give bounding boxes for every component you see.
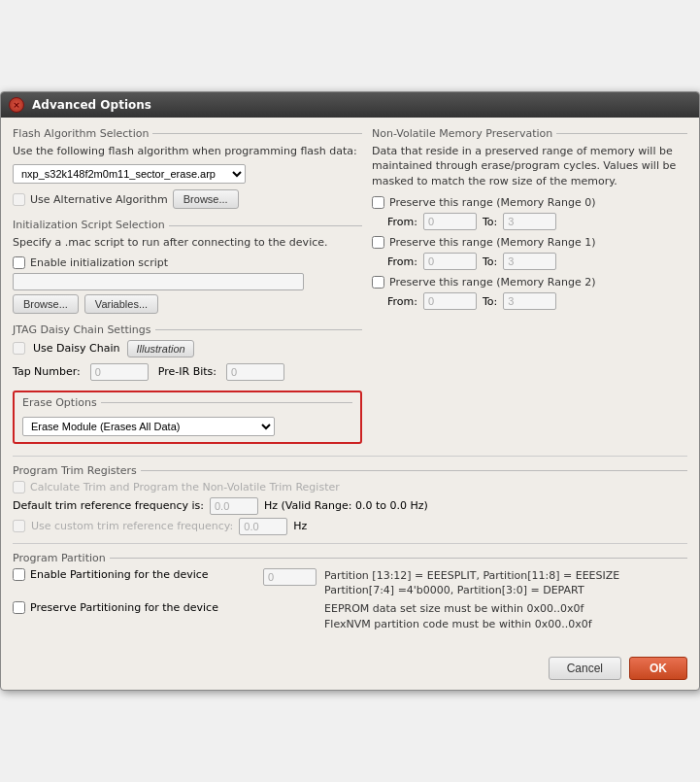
nvmp-description: Data that reside in a preserved range of… xyxy=(372,144,687,188)
custom-trim-input[interactable] xyxy=(239,518,287,535)
program-partition-label: Program Partition xyxy=(13,552,687,564)
hz-range-label: Hz (Valid Range: 0.0 to 0.0 Hz) xyxy=(264,499,428,512)
cancel-button[interactable]: Cancel xyxy=(549,657,621,680)
calc-trim-label: Calculate Trim and Program the Non-Volat… xyxy=(30,481,340,493)
program-partition-section: Program Partition Enable Partitioning fo… xyxy=(13,552,687,632)
title-bar: × Advanced Options xyxy=(1,92,699,118)
preserve-range-1-label: Preserve this range (Memory Range 1) xyxy=(389,236,596,249)
use-alternative-checkbox[interactable] xyxy=(13,193,25,206)
script-path-input[interactable] xyxy=(13,273,304,290)
preserve-partition-desc1: EEPROM data set size must be within 0x00… xyxy=(324,601,592,616)
init-script-section: Initialization Script Selection Specify … xyxy=(13,219,362,313)
to-label-1: To: xyxy=(483,255,497,268)
use-alternative-label: Use Alternative Algorithm xyxy=(30,193,168,206)
from-input-2[interactable] xyxy=(423,292,477,310)
browse-algorithm-button[interactable]: Browse... xyxy=(173,189,239,209)
default-trim-input[interactable] xyxy=(210,497,258,515)
dialog-title: Advanced Options xyxy=(32,98,151,112)
preserve-range-1-checkbox[interactable] xyxy=(372,236,384,249)
to-input-0[interactable] xyxy=(503,213,556,230)
program-trim-section: Program Trim Registers Calculate Trim an… xyxy=(13,464,687,535)
illustration-button[interactable]: Illustration xyxy=(127,340,193,357)
flash-algorithm-dropdown[interactable]: nxp_s32k148f2m0m11_sector_erase.arp xyxy=(13,164,246,184)
nvmp-section-label: Non-Volatile Memory Preservation xyxy=(372,127,687,140)
preserve-partition-label: Preserve Partitioning for the device xyxy=(30,601,218,614)
jtag-section: JTAG Daisy Chain Settings Use Daisy Chai… xyxy=(13,323,362,381)
to-label-0: To: xyxy=(483,216,497,228)
custom-hz-label: Hz xyxy=(293,520,307,532)
preserve-range-0-checkbox[interactable] xyxy=(372,196,384,209)
dialog-advanced-options: × Advanced Options Flash Algorithm Selec… xyxy=(0,91,700,691)
preserve-range-2-checkbox[interactable] xyxy=(372,276,384,289)
enable-partition-checkbox[interactable] xyxy=(13,568,25,581)
preserve-range-0-label: Preserve this range (Memory Range 0) xyxy=(389,196,596,209)
erase-options-section: Erase Options Erase Module (Erases All D… xyxy=(13,391,362,444)
preserve-range-1: Preserve this range (Memory Range 1) Fro… xyxy=(372,236,687,270)
from-label-2: From: xyxy=(387,295,417,308)
divider-1 xyxy=(13,456,687,457)
from-input-1[interactable] xyxy=(423,253,477,270)
flash-algorithm-desc: Use the following flash algorithm when p… xyxy=(13,144,362,158)
custom-trim-label: Use custom trim reference frequency: xyxy=(31,520,233,532)
custom-trim-checkbox[interactable] xyxy=(13,520,25,532)
flash-algorithm-section: Flash Algorithm Selection Use the follow… xyxy=(13,127,362,209)
browse-script-button[interactable]: Browse... xyxy=(13,294,79,314)
pre-ir-input[interactable] xyxy=(226,363,284,381)
use-daisy-chain-checkbox[interactable] xyxy=(13,342,25,355)
erase-options-label: Erase Options xyxy=(22,396,352,409)
from-label-0: From: xyxy=(387,216,417,228)
erase-options-dropdown[interactable]: Erase Module (Erases All Data)Erase Sect… xyxy=(22,417,275,436)
init-script-desc: Specify a .mac script to run after conne… xyxy=(13,235,362,250)
enable-partition-label: Enable Partitioning for the device xyxy=(30,568,209,581)
preserve-range-0: Preserve this range (Memory Range 0) Fro… xyxy=(372,196,687,230)
jtag-label: JTAG Daisy Chain Settings xyxy=(13,323,362,336)
enable-init-script-label: Enable initialization script xyxy=(30,256,168,269)
divider-2 xyxy=(13,543,687,544)
to-input-2[interactable] xyxy=(503,292,556,310)
from-label-1: From: xyxy=(387,255,417,268)
enable-init-script-checkbox[interactable] xyxy=(13,256,25,269)
preserve-partition-checkbox[interactable] xyxy=(13,601,25,614)
close-button[interactable]: × xyxy=(9,97,24,113)
program-trim-label: Program Trim Registers xyxy=(13,464,687,477)
tap-number-label: Tap Number: xyxy=(13,365,81,378)
enable-partition-input[interactable] xyxy=(263,568,317,586)
from-input-0[interactable] xyxy=(423,213,477,230)
preserve-partition-desc2: FlexNVM partition code must be within 0x… xyxy=(324,617,592,631)
use-daisy-chain-label: Use Daisy Chain xyxy=(33,342,119,355)
to-input-1[interactable] xyxy=(503,253,556,270)
calc-trim-checkbox[interactable] xyxy=(13,481,25,493)
enable-partition-desc: Partition [13:12] = EEESPLIT, Partition[… xyxy=(324,568,687,598)
init-script-label: Initialization Script Selection xyxy=(13,219,362,231)
variables-button[interactable]: Variables... xyxy=(84,294,158,314)
to-label-2: To: xyxy=(483,295,497,308)
pre-ir-label: Pre-IR Bits: xyxy=(158,365,217,378)
preserve-range-2: Preserve this range (Memory Range 2) Fro… xyxy=(372,276,687,310)
tap-number-input[interactable] xyxy=(90,363,149,381)
preserve-range-2-label: Preserve this range (Memory Range 2) xyxy=(389,276,596,289)
dialog-footer: Cancel OK xyxy=(1,651,699,690)
default-trim-label: Default trim reference frequency is: xyxy=(13,499,204,512)
nvmp-section: Non-Volatile Memory Preservation Data th… xyxy=(372,127,687,452)
flash-algorithm-label: Flash Algorithm Selection xyxy=(13,127,362,140)
ok-button[interactable]: OK xyxy=(629,657,687,680)
